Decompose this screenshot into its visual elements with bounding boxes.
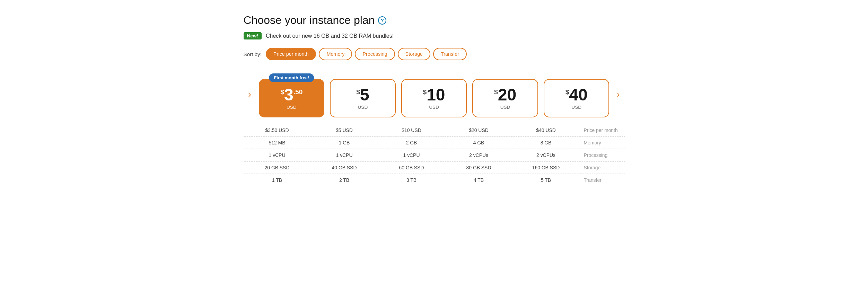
price-display-5: $ 5 (334, 87, 392, 103)
spec-price-5: $5 USD (311, 124, 378, 136)
price-main-10: 10 (427, 87, 445, 103)
price-currency-40: USD (548, 105, 605, 110)
new-badge: New! (244, 32, 262, 39)
price-display-20: $ 20 (476, 87, 534, 103)
plan-card-20[interactable]: $ 20 USD (472, 79, 538, 117)
plan-card-5[interactable]: $ 5 USD (330, 79, 396, 117)
spec-price-10: $10 USD (378, 124, 445, 136)
page-title-text: Choose your instance plan (244, 14, 375, 27)
plan-card-40[interactable]: $ 40 USD (544, 79, 610, 117)
price-cents-350: .50 (293, 89, 303, 95)
sort-btn-processing[interactable]: Processing (355, 48, 395, 60)
price-display-10: $ 10 (405, 87, 463, 103)
label-price: Price per month (580, 124, 625, 136)
dollar-sign-40: $ (565, 89, 569, 95)
price-main-40: 40 (569, 87, 587, 103)
specs-area: $3.50 USD $5 USD $10 USD $20 USD $40 USD… (244, 124, 625, 186)
dollar-sign-5: $ (356, 89, 360, 95)
specs-row-memory: 512 MB 1 GB 2 GB 4 GB 8 GB Memory (244, 137, 625, 149)
price-currency-350: USD (263, 105, 321, 110)
specs-row-processing: 1 vCPU 1 vCPU 1 vCPU 2 vCPUs 2 vCPUs Pro… (244, 149, 625, 162)
help-icon[interactable]: ? (378, 16, 386, 25)
plan-card-350[interactable]: First month free! $ 3 .50 USD (259, 79, 325, 117)
price-display-40: $ 40 (548, 87, 605, 103)
chevron-left-icon: › (248, 89, 251, 99)
spec-price-20: $20 USD (445, 124, 512, 136)
price-main-5: 5 (360, 87, 369, 103)
dollar-sign-350: $ (280, 89, 284, 95)
price-display-350: $ 3 .50 (263, 87, 321, 103)
specs-row-transfer: 1 TB 2 TB 3 TB 4 TB 5 TB Transfer (244, 174, 625, 186)
price-currency-5: USD (334, 105, 392, 110)
price-currency-20: USD (476, 105, 534, 110)
price-currency-10: USD (405, 105, 463, 110)
sort-label: Sort by: (244, 51, 262, 57)
prev-arrow[interactable]: › (244, 88, 256, 101)
specs-row-storage: 20 GB SSD 40 GB SSD 60 GB SSD 80 GB SSD … (244, 162, 625, 174)
spec-price-350: $3.50 USD (244, 124, 311, 136)
sort-btn-price[interactable]: Price per month (266, 48, 316, 60)
plans-section: › First month free! $ 3 .50 USD $ 5 U (244, 71, 625, 117)
price-main-20: 20 (498, 87, 516, 103)
chevron-right-icon: › (617, 89, 620, 99)
promo-banner: New! Check out our new 16 GB and 32 GB R… (244, 32, 625, 39)
next-arrow[interactable]: › (612, 88, 625, 101)
price-main-350: 3 (284, 87, 293, 103)
sort-btn-memory[interactable]: Memory (319, 48, 352, 60)
specs-row-price: $3.50 USD $5 USD $10 USD $20 USD $40 USD… (244, 124, 625, 137)
dollar-sign-10: $ (423, 89, 427, 95)
page-title: Choose your instance plan ? (244, 14, 625, 27)
plan-card-10[interactable]: $ 10 USD (401, 79, 467, 117)
spec-price-40: $40 USD (512, 124, 580, 136)
plans-wrapper: First month free! $ 3 .50 USD $ 5 USD (259, 71, 610, 117)
sort-btn-transfer[interactable]: Transfer (433, 48, 467, 60)
first-month-badge: First month free! (269, 73, 314, 82)
sort-bar: Sort by: Price per month Memory Processi… (244, 48, 625, 60)
main-container: Choose your instance plan ? New! Check o… (244, 14, 625, 186)
sort-btn-storage[interactable]: Storage (398, 48, 430, 60)
dollar-sign-20: $ (494, 89, 498, 95)
promo-text: Check out our new 16 GB and 32 GB RAM bu… (266, 33, 394, 39)
